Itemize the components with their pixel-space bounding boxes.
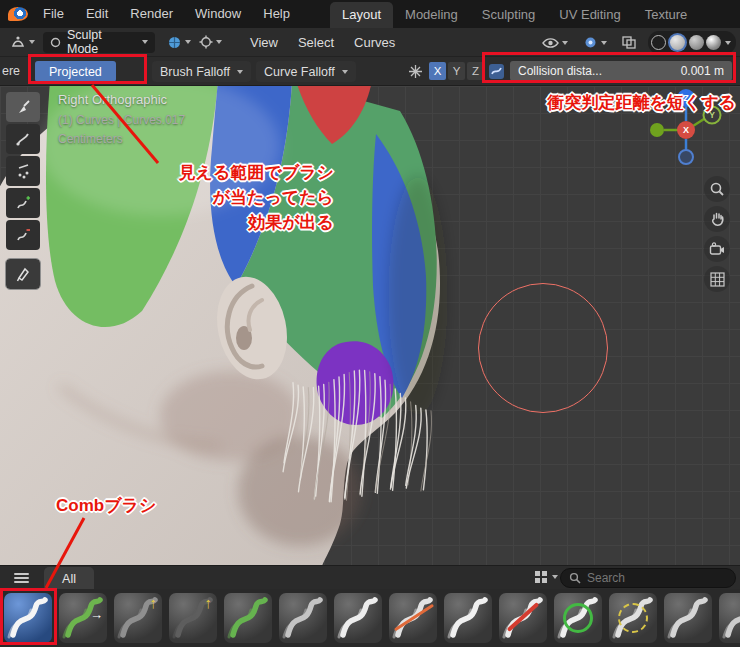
search-icon (569, 572, 581, 584)
brush-thumbnail-trim[interactable] (389, 593, 437, 643)
header-right-controls (538, 28, 736, 57)
sculpt-editor-icon (10, 34, 26, 50)
brush-thumbnail-grow[interactable]: → (59, 593, 107, 643)
density-dots-icon (14, 162, 32, 180)
editor-type-selector[interactable] (6, 32, 39, 53)
tool-density[interactable] (6, 156, 40, 186)
material-shading-button[interactable] (689, 35, 704, 50)
shading-mode-group (648, 31, 736, 54)
paint-brush-icon (14, 98, 32, 116)
zoom-icon (709, 181, 725, 197)
brush-thumbnail-selection-dotted[interactable] (609, 593, 657, 643)
tab-modeling[interactable]: Modeling (393, 2, 470, 28)
menu-view[interactable]: View (240, 28, 288, 57)
menu-help[interactable]: Help (252, 0, 301, 28)
grid-display-icon (534, 570, 548, 584)
collision-icon[interactable] (488, 63, 505, 80)
orientation-toggle[interactable] (163, 32, 195, 53)
brush-thumbnail-density-add[interactable] (554, 593, 602, 643)
shelf-search-box[interactable] (560, 568, 736, 588)
menu-select[interactable]: Select (288, 28, 344, 57)
mode-label: Sculpt Mode (67, 28, 136, 56)
rendered-shading-button[interactable] (706, 35, 721, 50)
brush-thumbnail-straighten[interactable]: ↑ (169, 593, 217, 643)
head-render (0, 86, 470, 565)
gizmo-x-label: X (683, 125, 689, 135)
brush-thumbnail-delete[interactable] (499, 593, 547, 643)
brush-thumbnail-clump[interactable] (444, 593, 492, 643)
sculpt-toolbar (6, 92, 42, 289)
brush-thumbnail-length-add[interactable]: ↑ (114, 593, 162, 643)
solid-shading-button[interactable] (668, 33, 687, 52)
wireframe-shading-button[interactable] (651, 35, 666, 50)
tool-paint-selection[interactable] (6, 92, 40, 122)
brush-thumbnail-slide[interactable] (664, 593, 712, 643)
chevron-down-icon (552, 575, 558, 579)
brush-falloff-label: Brush Falloff (160, 65, 230, 79)
brush-thumbnail-pinch[interactable] (719, 593, 740, 643)
symmetry-y-toggle[interactable]: Y (448, 62, 465, 80)
crosshair-icon (199, 35, 213, 49)
chevron-down-icon (142, 40, 148, 44)
zoom-button[interactable] (704, 176, 730, 202)
collision-distance-label: Collision dista... (518, 64, 602, 78)
white-arrow-icon: → (90, 607, 103, 622)
tab-sculpting[interactable]: Sculpting (470, 2, 547, 28)
xray-icon (622, 36, 637, 49)
menu-render[interactable]: Render (119, 0, 184, 28)
search-input[interactable] (587, 571, 717, 585)
collision-distance-field[interactable]: Collision dista... 0.001 m (510, 61, 732, 81)
asset-shelf-header: All (0, 565, 740, 589)
symmetry-icon[interactable] (408, 64, 423, 79)
solid-sphere-icon (670, 35, 685, 50)
menu-edit[interactable]: Edit (75, 0, 119, 28)
shelf-menu-icon[interactable] (14, 573, 29, 585)
xray-toggle[interactable] (618, 32, 641, 53)
gizmo-y-neg-axis[interactable] (650, 123, 664, 137)
overlays-toggle[interactable] (538, 32, 572, 53)
pan-button[interactable] (704, 206, 730, 232)
mode-dropdown[interactable]: Sculpt Mode (43, 32, 155, 53)
brush-thumbnail-comb[interactable] (4, 593, 52, 643)
gizmo-z-label: Z (683, 93, 689, 103)
curve-falloff-dropdown[interactable]: Curve Falloff (256, 61, 356, 82)
brush-thumbnail-smooth[interactable] (279, 593, 327, 643)
tool-grow[interactable] (6, 188, 40, 218)
tool-settings-bar: ere Projected Brush Falloff Curve Fallof… (0, 57, 740, 86)
gizmos-toggle[interactable] (579, 32, 611, 53)
brush-thumbnail-puff[interactable] (334, 593, 382, 643)
shelf-display-mode-button[interactable] (534, 570, 558, 584)
snap-toggle[interactable] (195, 32, 226, 53)
menu-curves[interactable]: Curves (344, 28, 405, 57)
symmetry-z-toggle[interactable]: Z (467, 62, 484, 80)
brush-thumbnail-curl[interactable] (224, 593, 272, 643)
chevron-down-icon (185, 40, 191, 44)
main-viewport[interactable]: Right Orthographic (1) Curves | Curves.0… (0, 86, 740, 565)
dashed-ring-icon (618, 603, 648, 633)
tool-comb[interactable] (6, 124, 40, 154)
projected-falloff-button[interactable]: Projected (35, 61, 116, 82)
symmetry-x-toggle[interactable]: X (429, 62, 446, 80)
shelf-tab-all[interactable]: All (44, 567, 94, 590)
tab-uv-editing[interactable]: UV Editing (547, 2, 632, 28)
camera-view-button[interactable] (704, 236, 730, 262)
chevron-down-icon (237, 70, 243, 74)
tool-pen[interactable] (6, 259, 40, 289)
menu-window[interactable]: Window (184, 0, 252, 28)
yellow-arrow-icon: ↑ (205, 594, 213, 611)
gizmo-y-label: Y (709, 110, 715, 120)
chevron-down-icon[interactable] (725, 41, 731, 45)
brush-falloff-dropdown[interactable]: Brush Falloff (152, 61, 251, 82)
gizmo-z-neg-axis[interactable] (679, 150, 693, 164)
blender-logo-icon[interactable] (8, 7, 28, 21)
menu-file[interactable]: File (32, 0, 75, 28)
tab-layout[interactable]: Layout (330, 2, 393, 28)
mode-icon (50, 37, 61, 48)
ortho-toggle-button[interactable] (704, 266, 730, 292)
shrink-squiggle-icon (14, 226, 32, 244)
tool-shrink[interactable] (6, 220, 40, 250)
clipped-falloff-label[interactable]: ere (2, 64, 20, 78)
pan-hand-icon (710, 211, 725, 227)
tab-texture[interactable]: Texture (633, 2, 700, 28)
navigation-gizmo[interactable]: Z X Y (644, 88, 732, 174)
